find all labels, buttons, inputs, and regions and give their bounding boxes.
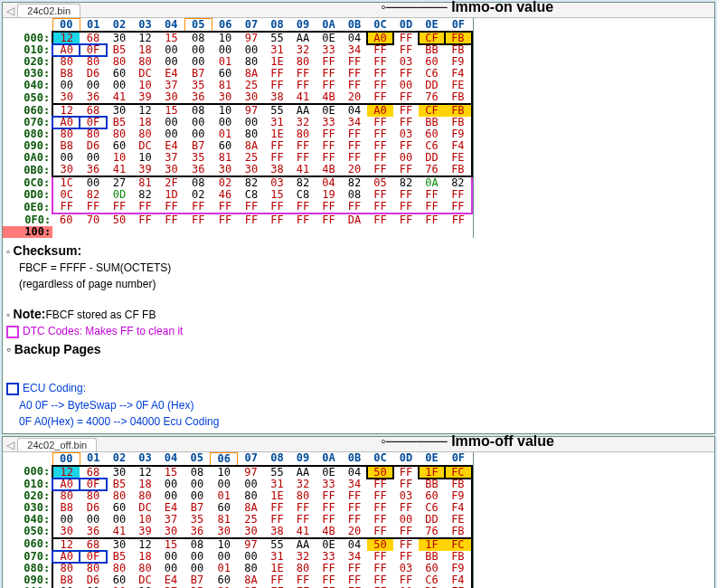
hex-byte[interactable]: B8 xyxy=(52,574,80,586)
hex-byte[interactable]: 60 xyxy=(419,563,445,574)
hex-byte[interactable]: 33 xyxy=(316,551,342,563)
hex-byte[interactable]: 80 xyxy=(238,490,264,502)
hex-byte[interactable]: 33 xyxy=(316,479,342,490)
hex-byte[interactable]: 12 xyxy=(52,466,80,479)
hex-byte[interactable]: DC xyxy=(132,574,158,586)
hex-byte[interactable]: E4 xyxy=(158,574,184,586)
hex-byte[interactable]: C6 xyxy=(419,574,445,586)
hex-byte[interactable]: 55 xyxy=(264,538,290,551)
hex-byte[interactable]: 76 xyxy=(419,164,445,176)
hex-byte[interactable]: 80 xyxy=(132,490,158,502)
file-tab-top[interactable]: 24c02.bin xyxy=(17,4,80,17)
hex-byte[interactable]: 80 xyxy=(107,563,133,574)
hex-byte[interactable]: 30 xyxy=(158,526,184,538)
hex-byte[interactable]: 0E xyxy=(316,32,342,44)
hex-byte[interactable]: 50 xyxy=(107,213,133,226)
hex-byte[interactable]: 80 xyxy=(132,563,158,574)
hex-byte[interactable]: 00 xyxy=(158,479,184,490)
hex-byte[interactable]: 31 xyxy=(264,551,290,563)
hex-byte[interactable]: 36 xyxy=(184,164,212,176)
hex-byte[interactable]: FF xyxy=(367,490,393,502)
hex-byte[interactable]: 55 xyxy=(264,104,290,117)
hex-byte[interactable]: FC xyxy=(445,538,472,551)
hex-byte[interactable]: FF xyxy=(367,213,393,226)
hex-byte[interactable]: 03 xyxy=(393,490,420,502)
hex-byte[interactable]: 08 xyxy=(184,32,212,44)
hex-byte[interactable]: A0 xyxy=(367,32,393,44)
hex-byte[interactable]: 38 xyxy=(264,526,290,538)
hex-grid-top[interactable]: 000102030405060708090A0B0C0D0E0F000:1268… xyxy=(3,18,474,238)
hex-byte[interactable]: 55 xyxy=(264,32,290,44)
hex-byte[interactable]: 36 xyxy=(80,526,106,538)
hex-byte[interactable]: 00 xyxy=(184,490,210,502)
hex-byte[interactable]: 1F xyxy=(419,538,445,551)
hex-byte[interactable]: FF xyxy=(184,213,212,226)
hex-byte[interactable]: 0E xyxy=(316,538,342,551)
hex-byte[interactable]: FF xyxy=(393,538,420,551)
hex-byte[interactable]: 38 xyxy=(264,91,290,104)
hex-byte[interactable]: 20 xyxy=(342,164,368,176)
hex-byte[interactable]: D6 xyxy=(80,574,106,586)
hex-byte[interactable]: 30 xyxy=(238,526,264,538)
hex-byte[interactable]: FF xyxy=(445,213,472,226)
hex-byte[interactable]: 27 xyxy=(107,176,133,189)
hex-byte[interactable]: 82 xyxy=(342,176,368,189)
hex-byte[interactable]: 00 xyxy=(184,563,210,574)
hex-byte[interactable]: AA xyxy=(290,32,316,44)
hex-byte[interactable]: FF xyxy=(290,514,316,526)
hex-byte[interactable]: 80 xyxy=(238,563,264,574)
hex-byte[interactable]: 04 xyxy=(342,466,368,479)
hex-byte[interactable]: 80 xyxy=(290,490,316,502)
hex-byte[interactable]: 0F xyxy=(80,479,106,490)
hex-byte[interactable]: 00 xyxy=(238,551,264,563)
hex-byte[interactable]: 04 xyxy=(342,538,368,551)
hex-byte[interactable]: 03 xyxy=(264,176,290,189)
hex-byte[interactable]: 60 xyxy=(107,574,133,586)
hex-byte[interactable]: A0 xyxy=(367,104,393,117)
hex-byte[interactable]: FF xyxy=(342,514,368,526)
hex-byte[interactable]: FB xyxy=(445,551,472,563)
hex-byte[interactable]: 36 xyxy=(184,91,212,104)
hex-byte[interactable]: FF xyxy=(419,201,445,213)
hex-byte[interactable]: FF xyxy=(239,201,265,213)
hex-byte[interactable]: 04 xyxy=(342,104,368,117)
hex-byte[interactable]: FF xyxy=(342,201,368,213)
hex-byte[interactable]: 10 xyxy=(212,32,238,44)
hex-byte[interactable]: 80 xyxy=(107,490,133,502)
hex-byte[interactable]: 82 xyxy=(239,176,265,189)
hex-byte[interactable]: FF xyxy=(393,526,420,538)
hex-byte[interactable]: 50 xyxy=(367,466,393,479)
hex-byte[interactable]: D6 xyxy=(80,502,106,514)
hex-byte[interactable]: 00 xyxy=(393,514,420,526)
hex-byte[interactable]: F4 xyxy=(445,502,472,514)
hex-byte[interactable]: 60 xyxy=(52,213,80,226)
hex-byte[interactable]: 41 xyxy=(107,91,133,104)
hex-byte[interactable]: 81 xyxy=(132,176,158,189)
hex-byte[interactable]: 30 xyxy=(107,466,133,479)
hex-byte[interactable]: 80 xyxy=(80,490,106,502)
hex-byte[interactable]: 00 xyxy=(80,176,106,189)
hex-byte[interactable]: 30 xyxy=(239,91,265,104)
hex-byte[interactable]: 30 xyxy=(52,91,80,104)
hex-byte[interactable]: 60 xyxy=(107,502,133,514)
hex-byte[interactable]: AA xyxy=(290,466,316,479)
hex-byte[interactable]: 30 xyxy=(158,164,184,176)
hex-byte[interactable]: FF xyxy=(264,213,290,226)
hex-byte[interactable]: 97 xyxy=(239,104,265,117)
hex-byte[interactable]: B7 xyxy=(184,574,210,586)
hex-byte[interactable]: CF xyxy=(419,104,445,117)
hex-byte[interactable]: DC xyxy=(132,502,158,514)
hex-byte[interactable]: FF xyxy=(316,201,342,213)
hex-byte[interactable]: 37 xyxy=(158,514,184,526)
hex-byte[interactable]: 80 xyxy=(52,490,80,502)
hex-byte[interactable]: FF xyxy=(316,213,342,226)
hex-byte[interactable]: FF xyxy=(342,490,368,502)
hex-byte[interactable]: 12 xyxy=(52,538,80,551)
hex-byte[interactable]: FF xyxy=(158,201,184,213)
hex-byte[interactable]: 76 xyxy=(419,91,445,104)
hex-byte[interactable]: 00 xyxy=(238,479,264,490)
hex-byte[interactable]: FF xyxy=(132,213,158,226)
hex-byte[interactable]: 18 xyxy=(132,479,158,490)
hex-byte[interactable]: FF xyxy=(342,502,368,514)
hex-byte[interactable]: 01 xyxy=(211,563,238,574)
